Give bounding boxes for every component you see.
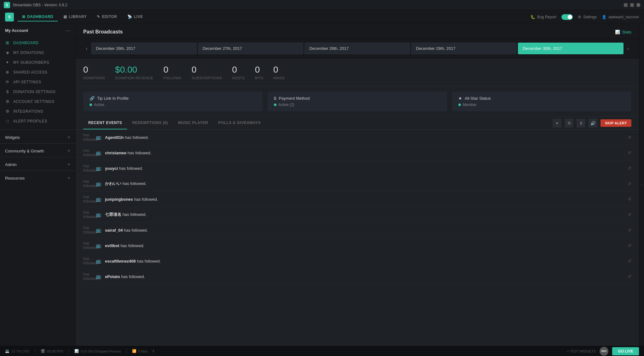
test-widgets-button[interactable]: + TEST WIDGETS — [567, 349, 596, 353]
events-tabs: RECENT EVENTS REDEMPTIONS (6) MUSIC PLAY… — [76, 117, 639, 130]
sidebar-item-account-settings[interactable]: ⚙ ACCOUNT SETTINGS — [0, 97, 75, 106]
event-time-4: has followed. — [83, 195, 92, 204]
nav-item-live[interactable]: 📡 LIVE — [123, 13, 148, 21]
dark-mode-toggle[interactable] — [561, 14, 573, 20]
user-menu[interactable]: 👤 awkward_raccoon — [602, 15, 639, 19]
event-row-8: has followed. 📺 escafl0wnez408 has follo… — [76, 253, 639, 269]
sidebar-item-donation-settings[interactable]: $ DONATION SETTINGS — [0, 87, 75, 97]
tip-link-icon: 🔗 — [90, 96, 95, 101]
main-content: Past Broadcasts 📊 Stats ‹ December 26th,… — [76, 24, 639, 346]
skip-alert-button[interactable]: SKIP ALERT — [600, 119, 631, 127]
close-button[interactable]: ✕ — [636, 3, 640, 7]
date-item-4[interactable]: December 30th, 2017 — [518, 43, 623, 54]
resources-add-button[interactable]: + — [67, 175, 70, 181]
stats-link[interactable]: 📊 Stats — [615, 30, 631, 34]
event-row-9: has followed. 📺 ePotato has followed. ↺ — [76, 269, 639, 284]
sidebar-item-integrations[interactable]: ⚙ INTEGRATIONS — [0, 106, 75, 116]
events-tabs-right: ▾ ⧉ ⏸ 🔊 SKIP ALERT — [553, 119, 631, 128]
app-title: Streamlabs OBS - Version: 0.8.2 — [13, 3, 67, 7]
event-replay-2[interactable]: ↺ — [628, 166, 631, 171]
go-live-button[interactable]: GO LIVE — [612, 347, 639, 355]
community-growth-group-header[interactable]: Community & Growth + — [0, 145, 75, 156]
info-icon: ℹ — [153, 349, 154, 353]
my-account-title: My Account — [5, 28, 28, 33]
maximize-button[interactable]: □ — [630, 3, 634, 7]
community-add-button[interactable]: + — [67, 148, 70, 154]
donation-icon: $ — [5, 89, 10, 94]
rec-badge[interactable]: REC — [600, 347, 608, 356]
admin-group-header[interactable]: Admin + — [0, 158, 75, 169]
stat-raids: 0 RAIDS — [273, 65, 285, 80]
editor-icon: ✎ — [97, 15, 100, 19]
my-account-section-header: My Account — — [0, 24, 75, 35]
subscribers-icon: ✦ — [5, 60, 10, 65]
sidebar-item-api-settings[interactable]: ⟳ API SETTINGS — [0, 77, 75, 87]
sidebar-item-dashboard[interactable]: ⊞ DASHBOARD — [0, 38, 75, 48]
nav-item-dashboard[interactable]: ⊞ DASHBOARD — [18, 13, 58, 21]
right-panel-handle[interactable]: › — [639, 24, 644, 346]
tab-recent-events[interactable]: RECENT EVENTS — [83, 117, 127, 129]
revenue-value: $0.00 — [115, 65, 153, 75]
tab-redemptions[interactable]: REDEMPTIONS (6) — [127, 117, 173, 129]
user-icon: 👤 — [602, 15, 606, 19]
date-prev-button[interactable]: ‹ — [83, 46, 90, 51]
collapse-my-account-button[interactable]: — — [66, 28, 70, 33]
mute-button[interactable]: 🔊 — [589, 119, 597, 128]
cpu-icon: 💻 — [5, 349, 9, 353]
status-items-left: 💻 17.7% CPU | 🎬 60.00 FPS | 📊 0 (0.0%) D… — [5, 349, 154, 353]
date-item-0[interactable]: December 26th, 2017 — [91, 43, 196, 54]
tab-polls-giveaways[interactable]: POLLS & GIVEAWAYS — [213, 117, 266, 129]
raids-value: 0 — [273, 65, 285, 75]
widgets-add-button[interactable]: + — [67, 134, 70, 140]
duplicate-button[interactable]: ⧉ — [565, 119, 573, 128]
widgets-group-header[interactable]: Widgets + — [0, 131, 75, 142]
event-replay-1[interactable]: ↺ — [628, 150, 631, 155]
tip-link-status-dot — [90, 104, 92, 106]
settings-button[interactable]: ⚙ Settings — [578, 15, 597, 19]
pause-button[interactable]: ⏸ — [577, 119, 585, 128]
all-star-status-card[interactable]: ★ All-Star Status Member — [452, 92, 631, 111]
event-row-3: has followed. 📺 かわいい has followed. ↺ — [76, 176, 639, 192]
date-next-button[interactable]: › — [625, 46, 631, 51]
event-replay-6[interactable]: ↺ — [628, 228, 631, 233]
sidebar-item-alert-profiles[interactable]: □ ALERT PROFILES — [0, 116, 75, 126]
event-replay-9[interactable]: ↺ — [628, 274, 631, 279]
sidebar-item-my-donations[interactable]: ◈ MY DONATIONS — [0, 48, 75, 57]
follows-value: 0 — [164, 65, 182, 75]
alert-profiles-icon: □ — [5, 119, 10, 123]
sidebar-item-my-subscribers[interactable]: ✦ MY SUBSCRIBERS — [0, 57, 75, 67]
subscriptions-label: SUBSCRIPTIONS — [192, 76, 222, 80]
status-bar: 💻 17.7% CPU | 🎬 60.00 FPS | 📊 0 (0.0%) D… — [0, 346, 644, 356]
event-replay-4[interactable]: ↺ — [628, 197, 631, 202]
bug-icon: 🐛 — [531, 15, 535, 19]
date-item-1[interactable]: December 27th, 2017 — [198, 43, 303, 54]
resources-group-header[interactable]: Resources + — [0, 172, 75, 183]
event-list: has followed. 📺 Agent01h has followed. ↺… — [76, 130, 639, 284]
stat-subscriptions: 0 SUBSCRIPTIONS — [192, 65, 222, 80]
sidebar-item-shared-access[interactable]: ⊕ SHARED ACCESS — [0, 67, 75, 77]
payment-method-card[interactable]: $ Payment Method Active (2) — [268, 92, 447, 111]
event-replay-0[interactable]: ↺ — [628, 135, 631, 140]
events-tabs-left: RECENT EVENTS REDEMPTIONS (6) MUSIC PLAY… — [83, 117, 266, 129]
info-button[interactable]: ℹ — [153, 349, 154, 353]
window-controls[interactable]: — □ ✕ — [624, 3, 640, 7]
date-item-2[interactable]: December 28th, 2017 — [305, 43, 410, 54]
admin-add-button[interactable]: + — [67, 162, 70, 167]
event-replay-3[interactable]: ↺ — [628, 181, 631, 186]
tab-music-player[interactable]: MUSIC PLAYER — [173, 117, 213, 129]
event-replay-5[interactable]: ↺ — [628, 212, 631, 217]
event-row-6: has followed. 📺 sairaf_04 has followed. … — [76, 222, 639, 238]
stat-hosts: 0 HOSTS — [232, 65, 245, 80]
dropped-frames-status: 📊 0 (0.0%) Dropped Frames — [74, 349, 121, 353]
bug-report-button[interactable]: 🐛 Bug Report — [531, 15, 556, 19]
date-item-3[interactable]: December 29th, 2017 — [411, 43, 517, 54]
tip-link-card[interactable]: 🔗 Tip Link In Profile Active — [83, 92, 263, 111]
event-replay-8[interactable]: ↺ — [628, 258, 631, 264]
filter-button[interactable]: ▾ — [553, 119, 561, 128]
event-replay-7[interactable]: ↺ — [628, 243, 631, 248]
event-row-7: has followed. 📺 evillbot has followed. ↺ — [76, 238, 639, 253]
nav-item-library[interactable]: ▦ LIBRARY — [59, 13, 91, 21]
minimize-button[interactable]: — — [624, 3, 628, 7]
event-row-4: has followed. 📺 jumpingbones has followe… — [76, 192, 639, 207]
nav-item-editor[interactable]: ✎ EDITOR — [92, 13, 122, 21]
